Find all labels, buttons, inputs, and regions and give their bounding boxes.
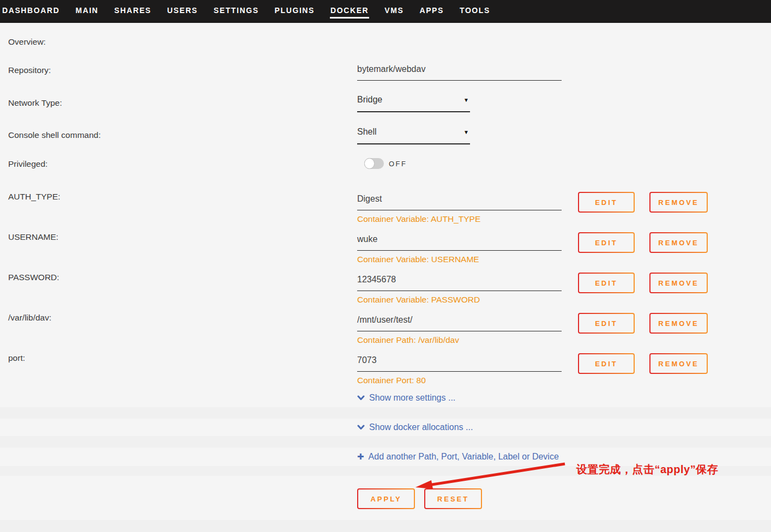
var-label-username: USERNAME: — [8, 232, 58, 242]
toggle-knob — [364, 158, 375, 169]
username-input[interactable] — [357, 234, 562, 251]
edit-button-auth-type[interactable]: EDIT — [578, 192, 635, 213]
plus-icon: ✚ — [357, 452, 364, 462]
overview-label: Overview: — [8, 37, 46, 47]
auth-type-input[interactable] — [357, 194, 562, 210]
nav-tab-dashboard[interactable]: DASHBOARD — [2, 0, 60, 19]
repository-label: Repository: — [8, 65, 51, 75]
show-more-settings-label: Show more settings ... — [369, 393, 455, 403]
edit-button-port[interactable]: EDIT — [578, 353, 635, 374]
var-label-auth-type: AUTH_TYPE: — [8, 192, 61, 202]
username-meta: Container Variable: USERNAME — [357, 255, 479, 264]
edit-button-dav-path[interactable]: EDIT — [578, 313, 635, 334]
nav-tab-vms[interactable]: VMS — [384, 0, 404, 19]
add-another-link[interactable]: ✚ Add another Path, Port, Variable, Labe… — [357, 452, 559, 462]
chevron-down-icon — [357, 395, 365, 401]
nav-tab-docker[interactable]: DOCKER — [330, 0, 369, 19]
top-navbar: DASHBOARD MAIN SHARES USERS SETTINGS PLU… — [0, 0, 771, 23]
apply-button[interactable]: APPLY — [357, 488, 415, 509]
show-docker-allocations-label: Show docker allocations ... — [369, 422, 473, 432]
console-shell-select[interactable]: Shell ▼ — [357, 127, 470, 144]
dav-path-input[interactable] — [357, 315, 562, 331]
nav-tab-users[interactable]: USERS — [167, 0, 198, 19]
annotation-text: 设置完成，点击“apply”保存 — [576, 462, 718, 477]
add-another-label: Add another Path, Port, Variable, Label … — [369, 452, 559, 462]
remove-button-port[interactable]: REMOVE — [649, 353, 708, 374]
row-stripe — [0, 436, 771, 448]
nav-tab-tools[interactable]: TOOLS — [459, 0, 491, 19]
nav-tab-main[interactable]: MAIN — [75, 0, 99, 19]
console-shell-value: Shell — [357, 127, 377, 137]
chevron-down-icon: ▼ — [463, 129, 469, 135]
chevron-down-icon — [357, 425, 365, 430]
privileged-state-label: OFF — [389, 160, 407, 168]
show-docker-allocations-link[interactable]: Show docker allocations ... — [357, 422, 473, 432]
privileged-label: Privileged: — [8, 159, 47, 169]
dav-path-meta: Container Path: /var/lib/dav — [357, 335, 459, 345]
var-label-password: PASSWORD: — [8, 273, 59, 282]
docker-edit-page: DASHBOARD MAIN SHARES USERS SETTINGS PLU… — [0, 0, 771, 532]
reset-button[interactable]: RESET — [424, 488, 482, 509]
nav-tab-plugins[interactable]: PLUGINS — [274, 0, 315, 19]
privileged-toggle[interactable] — [364, 158, 384, 169]
remove-button-password[interactable]: REMOVE — [649, 273, 708, 293]
auth-type-meta: Container Variable: AUTH_TYPE — [357, 214, 480, 224]
port-meta: Container Port: 80 — [357, 376, 426, 385]
nav-tab-apps[interactable]: APPS — [419, 0, 444, 19]
remove-button-username[interactable]: REMOVE — [649, 232, 708, 253]
edit-button-username[interactable]: EDIT — [578, 232, 635, 253]
var-label-dav-path: /var/lib/dav: — [8, 313, 51, 323]
var-label-port: port: — [8, 353, 25, 363]
port-input[interactable] — [357, 355, 562, 372]
network-type-value: Bridge — [357, 95, 382, 105]
password-input[interactable] — [357, 274, 562, 291]
nav-tab-shares[interactable]: SHARES — [114, 0, 152, 19]
row-stripe — [0, 407, 771, 419]
console-shell-label: Console shell command: — [8, 130, 101, 140]
remove-button-dav-path[interactable]: REMOVE — [649, 313, 708, 334]
chevron-down-icon: ▼ — [463, 97, 469, 103]
password-meta: Container Variable: PASSWORD — [357, 295, 480, 305]
network-type-select[interactable]: Bridge ▼ — [357, 95, 470, 112]
repository-input[interactable] — [357, 64, 562, 81]
row-stripe — [0, 520, 771, 532]
remove-button-auth-type[interactable]: REMOVE — [649, 192, 708, 213]
edit-button-password[interactable]: EDIT — [578, 273, 635, 293]
network-type-label: Network Type: — [8, 98, 62, 108]
nav-tab-settings[interactable]: SETTINGS — [213, 0, 260, 19]
show-more-settings-link[interactable]: Show more settings ... — [357, 393, 455, 403]
